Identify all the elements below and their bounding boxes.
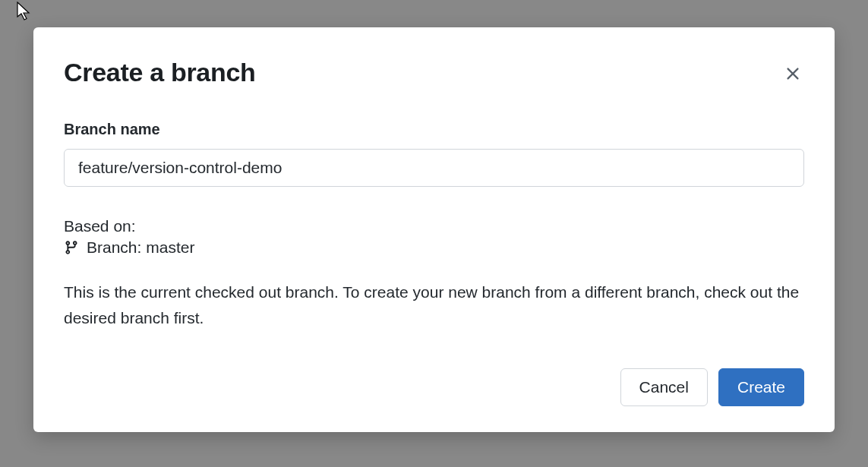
branch-name-input[interactable] — [64, 149, 804, 187]
modal-header: Create a branch — [64, 58, 804, 87]
based-on-section: Based on: Branch: master — [64, 217, 804, 257]
git-branch-icon — [64, 240, 79, 255]
based-on-branch-text: Branch: master — [87, 238, 194, 257]
button-row: Cancel Create — [64, 368, 804, 406]
modal-title: Create a branch — [64, 58, 256, 87]
branch-name-label: Branch name — [64, 121, 804, 138]
create-branch-modal: Create a branch Branch name Based on: Br… — [33, 27, 835, 432]
modal-description: This is the current checked out branch. … — [64, 279, 804, 330]
based-on-label: Based on: — [64, 217, 804, 235]
close-button[interactable] — [781, 62, 804, 87]
close-icon — [784, 65, 801, 84]
create-button[interactable]: Create — [718, 368, 804, 406]
mouse-cursor — [17, 2, 30, 24]
based-on-branch-row: Branch: master — [64, 238, 804, 257]
cancel-button[interactable]: Cancel — [620, 368, 708, 406]
